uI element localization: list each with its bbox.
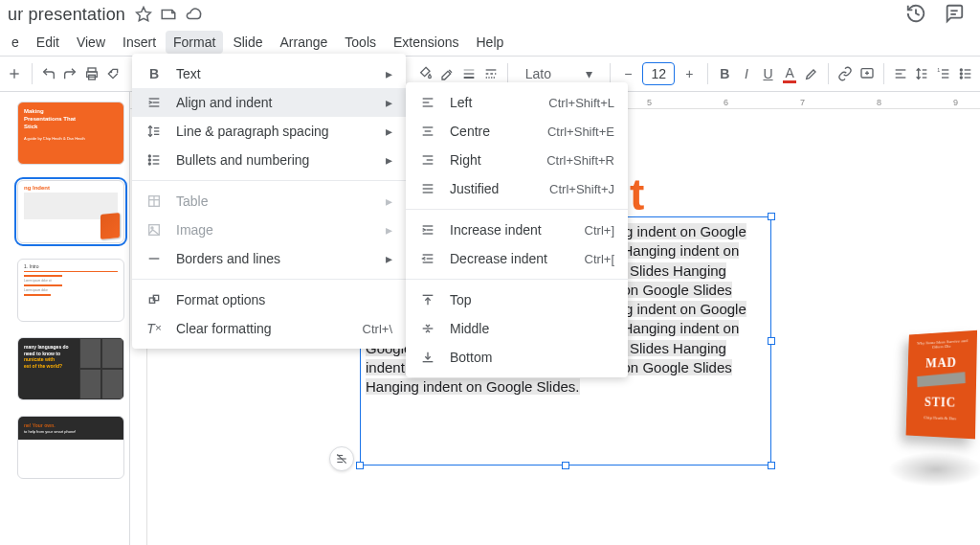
bold-button[interactable]: B: [716, 60, 734, 87]
align-left-item[interactable]: LeftCtrl+Shift+L: [406, 88, 628, 117]
format-borders-item[interactable]: Borders and lines▸: [132, 244, 406, 273]
slide-thumbnail-3[interactable]: 1. Intro Lorem ipsum dolor sit Lorem ips…: [17, 259, 124, 322]
slide-thumbnail-4[interactable]: many languages do need to know to nunica…: [17, 337, 124, 400]
decrease-font-size-button[interactable]: −: [617, 63, 638, 84]
format-options-item[interactable]: Format options: [132, 285, 406, 314]
indent-icon: [145, 95, 163, 110]
svg-text:1: 1: [937, 67, 940, 73]
format-table-item: Table▸: [132, 187, 406, 216]
font-family-label: Lato: [525, 66, 551, 81]
cloud-status-icon[interactable]: [185, 6, 202, 23]
resize-handle-mr[interactable]: [768, 337, 775, 345]
svg-marker-0: [137, 8, 151, 21]
align-button[interactable]: [892, 60, 910, 87]
slide-thumbnail-1[interactable]: Making Presentations That Stick A guide …: [17, 102, 124, 165]
align-indent-submenu: LeftCtrl+Shift+L CentreCtrl+Shift+E Righ…: [406, 82, 628, 377]
list-icon: [145, 152, 163, 168]
image-icon: [145, 222, 163, 238]
document-title[interactable]: ur presentation: [8, 5, 125, 25]
slide-title-tail: t: [630, 169, 644, 220]
slide-thumbnail-panel: Making Presentations That Stick A guide …: [0, 92, 130, 545]
valign-bottom-item[interactable]: Bottom: [406, 343, 628, 372]
menu-arrange[interactable]: Arrange: [273, 31, 336, 54]
print-button[interactable]: [82, 60, 100, 87]
line-spacing-button[interactable]: [913, 60, 931, 87]
svg-point-47: [148, 159, 150, 161]
format-options-icon: [145, 292, 163, 307]
svg-point-30: [960, 73, 962, 75]
menu-extensions[interactable]: Extensions: [386, 31, 466, 54]
slide-thumbnail-2[interactable]: ng Indent: [17, 180, 124, 243]
underline-button[interactable]: U: [759, 60, 777, 87]
menu-tools[interactable]: Tools: [337, 31, 384, 54]
format-bullets-item[interactable]: Bullets and numbering▸: [132, 146, 406, 174]
text-color-button[interactable]: A: [781, 60, 799, 87]
valign-middle-icon: [419, 321, 436, 336]
chevron-down-icon: ▾: [586, 66, 592, 81]
thumb-title: 1. Intro: [24, 263, 118, 272]
menu-view[interactable]: View: [69, 31, 113, 54]
align-centre-item[interactable]: CentreCtrl+Shift+E: [406, 117, 628, 146]
svg-point-8: [111, 71, 112, 72]
increase-font-size-button[interactable]: +: [679, 63, 700, 84]
menu-insert[interactable]: Insert: [115, 31, 164, 54]
align-left-icon: [419, 95, 436, 110]
undo-button[interactable]: [39, 60, 57, 87]
insert-link-button[interactable]: [836, 60, 855, 87]
valign-top-icon: [419, 292, 436, 307]
format-text-item[interactable]: BText▸: [132, 59, 406, 88]
format-image-item: Image▸: [132, 216, 406, 244]
menu-slide[interactable]: Slide: [225, 31, 270, 54]
star-icon[interactable]: [135, 6, 152, 23]
valign-middle-item[interactable]: Middle: [406, 314, 628, 343]
menu-edit[interactable]: Edit: [29, 31, 67, 54]
bulleted-list-button[interactable]: [956, 60, 974, 87]
resize-handle-tr[interactable]: [768, 213, 775, 220]
move-icon[interactable]: [160, 6, 177, 23]
numbered-list-button[interactable]: 1: [935, 60, 953, 87]
decrease-indent-item[interactable]: Decrease indentCtrl+[: [406, 244, 628, 273]
submenu-arrow-icon: ▸: [386, 66, 392, 81]
format-line-spacing-item[interactable]: Line & paragraph spacing▸: [132, 117, 406, 146]
menu-file-tail[interactable]: e: [4, 31, 27, 54]
svg-point-29: [960, 69, 962, 71]
svg-point-31: [960, 77, 962, 79]
decrease-indent-icon: [419, 251, 436, 266]
line-spacing-icon: [145, 124, 163, 139]
highlight-color-button[interactable]: [802, 60, 820, 87]
align-right-item[interactable]: RightCtrl+Shift+R: [406, 146, 628, 174]
svg-point-46: [148, 155, 150, 157]
thumb-subtitle: A guide by Chip Heath & Dan Heath: [18, 136, 123, 141]
table-icon: [145, 193, 163, 209]
menu-help[interactable]: Help: [469, 31, 512, 54]
redo-button[interactable]: [61, 60, 79, 87]
thumb-book-icon: [100, 213, 120, 239]
clear-format-icon: T×: [145, 321, 163, 336]
insert-comment-button[interactable]: [858, 60, 876, 87]
format-clear-item[interactable]: T×Clear formattingCtrl+\: [132, 314, 406, 343]
increase-indent-icon: [419, 222, 436, 238]
svg-point-48: [148, 163, 150, 165]
valign-top-item[interactable]: Top: [406, 285, 628, 314]
resize-handle-bm[interactable]: [562, 462, 569, 469]
resize-handle-br[interactable]: [768, 462, 775, 469]
comment-icon[interactable]: [944, 3, 965, 27]
new-slide-button[interactable]: [6, 60, 24, 87]
format-align-item[interactable]: Align and indent▸: [132, 88, 406, 117]
svg-point-56: [151, 227, 153, 229]
thumb-title: ng Indent: [18, 181, 123, 192]
align-justified-item[interactable]: JustifiedCtrl+Shift+J: [406, 174, 628, 203]
align-justify-icon: [419, 181, 436, 196]
paint-format-button[interactable]: [104, 60, 122, 87]
menu-format[interactable]: Format: [166, 31, 223, 54]
slide-thumbnail-5[interactable]: ne! Your own. to help from your smart ph…: [17, 416, 124, 479]
history-icon[interactable]: [905, 3, 926, 27]
align-right-icon: [419, 152, 436, 168]
book-image[interactable]: Why Some Ideas Survive and Others Die MA…: [894, 308, 976, 471]
italic-button[interactable]: I: [738, 60, 756, 87]
font-size-input[interactable]: [642, 62, 675, 85]
resize-handle-bl[interactable]: [356, 462, 364, 469]
thumb-title: Making Presentations That Stick: [18, 102, 123, 136]
masked-content-badge[interactable]: [329, 446, 354, 471]
increase-indent-item[interactable]: Increase indentCtrl+]: [406, 216, 628, 244]
